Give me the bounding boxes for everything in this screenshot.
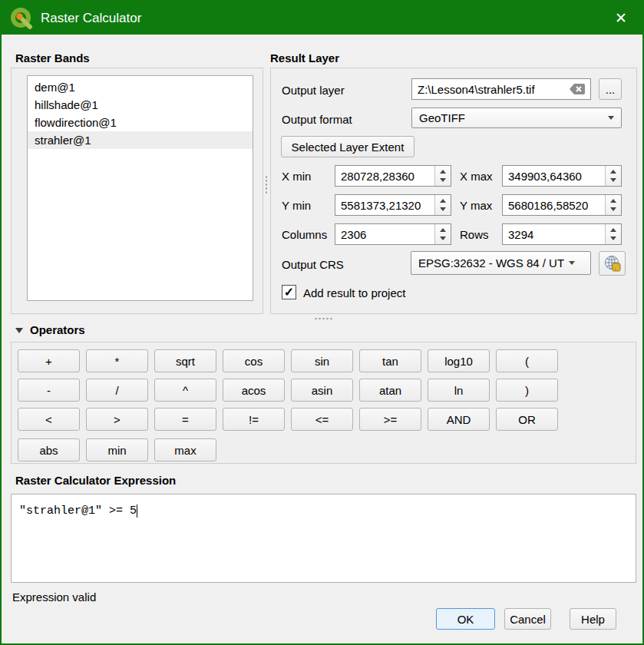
operator-button[interactable]: >=: [359, 408, 421, 431]
cancel-button[interactable]: Cancel: [504, 608, 551, 630]
xmax-value: 349903,64360: [508, 170, 582, 183]
ymax-value: 5680186,58520: [508, 199, 588, 212]
ok-button[interactable]: OK: [436, 608, 495, 630]
columns-value: 2306: [341, 228, 366, 241]
list-item-selected[interactable]: strahler@1: [28, 131, 253, 149]
selected-layer-extent-label: Selected Layer Extent: [292, 141, 405, 154]
xmax-label: X max: [460, 170, 493, 184]
dropdown-arrow-icon: [608, 116, 614, 120]
rows-label: Rows: [460, 228, 489, 242]
operator-button[interactable]: max: [154, 438, 216, 461]
operators-collapse-header[interactable]: Operators: [15, 323, 85, 337]
vertical-splitter-handle[interactable]: [265, 175, 268, 195]
operator-button[interactable]: <=: [291, 408, 353, 431]
spin-buttons[interactable]: [434, 224, 451, 244]
result-layer-header: Result Layer: [270, 51, 339, 65]
output-layer-label: Output layer: [282, 84, 345, 98]
spin-up-icon: [440, 170, 446, 174]
operator-button[interactable]: (: [496, 349, 558, 372]
add-result-checkbox[interactable]: ✓: [282, 285, 296, 299]
clear-text-icon[interactable]: [569, 83, 586, 95]
help-button[interactable]: Help: [570, 608, 616, 630]
list-item[interactable]: dem@1: [28, 78, 253, 96]
dropdown-arrow-icon: [569, 261, 575, 265]
spin-buttons[interactable]: [605, 195, 621, 215]
columns-label: Columns: [282, 228, 327, 242]
operator-button[interactable]: !=: [223, 408, 285, 431]
operator-button[interactable]: -: [18, 379, 80, 402]
operator-button[interactable]: abs: [18, 438, 80, 461]
xmin-value: 280728,28360: [341, 170, 414, 183]
operator-button[interactable]: ^: [154, 379, 216, 402]
text-cursor: [137, 504, 137, 518]
operator-button[interactable]: =: [154, 408, 216, 431]
spin-buttons[interactable]: [434, 166, 451, 186]
spin-buttons[interactable]: [605, 224, 621, 244]
spin-down-icon: [440, 237, 446, 240]
operators-groupbox: + * sqrt cos sin tan log10 ( - / ^ acos …: [11, 342, 636, 464]
list-item[interactable]: hillshade@1: [28, 96, 253, 114]
operator-button[interactable]: <: [18, 408, 80, 431]
browse-output-button[interactable]: ...: [599, 78, 622, 100]
spin-down-icon: [610, 178, 616, 182]
horizontal-splitter-handle[interactable]: [314, 317, 334, 320]
output-layer-value: Z:\Lesson4\strahler5.tif: [418, 83, 535, 96]
titlebar[interactable]: Raster Calculator ✕: [2, 2, 642, 35]
spin-buttons[interactable]: [605, 166, 621, 186]
operator-button[interactable]: sin: [291, 349, 353, 372]
operator-button[interactable]: sqrt: [154, 349, 216, 372]
operator-button[interactable]: atan: [359, 379, 421, 402]
spin-down-icon: [440, 178, 446, 182]
close-icon: ✕: [615, 9, 627, 27]
operator-button[interactable]: AND: [428, 408, 490, 431]
ymin-label: Y min: [282, 199, 311, 213]
operator-button[interactable]: tan: [359, 349, 421, 372]
spin-buttons[interactable]: [434, 195, 451, 215]
xmin-label: X min: [282, 170, 311, 184]
expression-text: "strahler@1" >= 5: [19, 504, 137, 518]
operator-button[interactable]: >: [86, 408, 148, 431]
ellipsis-label: ...: [606, 83, 616, 96]
output-layer-input[interactable]: Z:\Lesson4\strahler5.tif: [411, 78, 591, 100]
checkmark-icon: ✓: [284, 285, 294, 299]
ymin-input[interactable]: 5581373,21320: [335, 194, 451, 216]
qgis-logo-icon: [10, 7, 33, 30]
operators-header: Operators: [30, 323, 85, 337]
operator-button[interactable]: OR: [496, 408, 558, 431]
xmin-input[interactable]: 280728,28360: [335, 165, 451, 187]
operator-button[interactable]: min: [86, 438, 148, 461]
close-button[interactable]: ✕: [606, 2, 636, 35]
ok-label: OK: [457, 613, 474, 626]
operator-button[interactable]: ln: [428, 379, 490, 402]
ymax-input[interactable]: 5680186,58520: [502, 194, 622, 216]
ymax-label: Y max: [460, 199, 492, 213]
operator-button[interactable]: +: [18, 349, 80, 372]
ymin-value: 5581373,21320: [341, 199, 421, 212]
operator-button[interactable]: log10: [428, 349, 490, 372]
selected-layer-extent-button[interactable]: Selected Layer Extent: [281, 136, 414, 157]
operator-button[interactable]: asin: [291, 379, 353, 402]
globe-crs-icon: [603, 254, 622, 273]
operator-button[interactable]: cos: [223, 349, 285, 372]
output-crs-dropdown[interactable]: EPSG:32632 - WGS 84 / UT: [411, 251, 591, 275]
columns-input[interactable]: 2306: [335, 223, 451, 245]
expression-header: Raster Calculator Expression: [15, 474, 176, 488]
output-format-dropdown[interactable]: GeoTIFF: [411, 108, 622, 128]
window-title: Raster Calculator: [41, 11, 141, 26]
output-format-value: GeoTIFF: [419, 111, 465, 124]
spin-up-icon: [610, 199, 616, 203]
xmax-input[interactable]: 349903,64360: [502, 165, 622, 187]
raster-bands-list[interactable]: dem@1 hillshade@1 flowdirection@1 strahl…: [27, 75, 253, 301]
rows-input[interactable]: 3294: [502, 223, 622, 245]
operator-button[interactable]: /: [86, 379, 148, 402]
spin-up-icon: [440, 228, 446, 232]
spin-down-icon: [610, 237, 616, 240]
operator-button[interactable]: *: [86, 349, 148, 372]
operator-button[interactable]: ): [496, 379, 558, 402]
collapse-arrow-icon: [15, 328, 23, 333]
list-item[interactable]: flowdirection@1: [28, 114, 253, 131]
select-crs-button[interactable]: [599, 251, 626, 276]
expression-textarea[interactable]: "strahler@1" >= 5: [11, 494, 636, 583]
rows-value: 3294: [508, 228, 533, 241]
operator-button[interactable]: acos: [223, 379, 285, 402]
